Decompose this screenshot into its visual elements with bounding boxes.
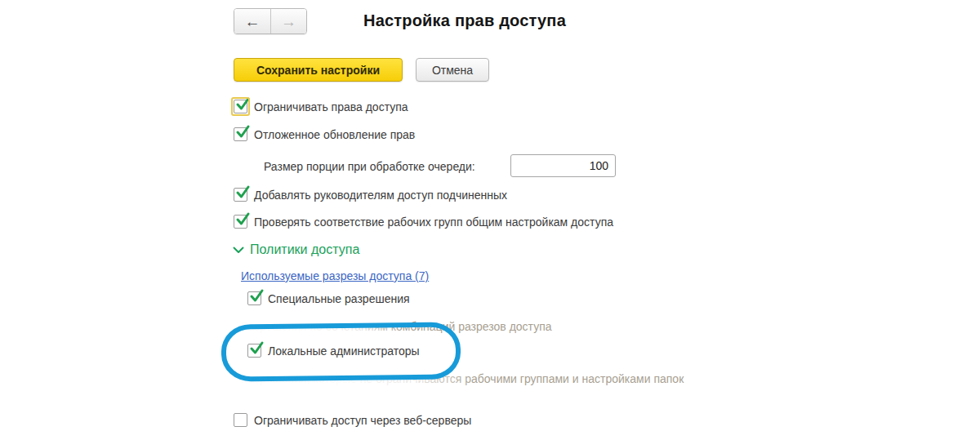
deferred-update-row: Отложенное обновление прав <box>234 127 415 141</box>
managers-access-row: Добавлять руководителям доступ подчиненн… <box>234 188 507 202</box>
checkmark-icon <box>249 288 265 304</box>
history-nav: ← → <box>234 8 307 34</box>
web-servers-checkbox[interactable] <box>234 413 247 427</box>
page-title: Настройка прав доступа <box>363 11 566 30</box>
deferred-update-label: Отложенное обновление прав <box>254 128 415 141</box>
web-servers-label: Ограничивать доступ через веб-серверы <box>254 414 471 427</box>
back-arrow-icon: ← <box>245 14 261 29</box>
restrict-access-row: Ограничивать права доступа <box>234 100 408 113</box>
save-settings-button[interactable]: Сохранить настройки <box>234 58 403 82</box>
check-groups-label: Проверять соответствие рабочих групп общ… <box>254 216 613 229</box>
checkmark-icon <box>235 211 251 227</box>
check-groups-checkbox[interactable] <box>234 215 247 229</box>
local-admins-checkbox[interactable] <box>247 344 261 358</box>
checkmark-icon <box>249 340 265 356</box>
checkmark-icon <box>235 96 251 112</box>
special-permissions-checkbox[interactable] <box>247 291 261 305</box>
access-rights-settings-window: ← → Настройка прав доступа Сохранить нас… <box>0 0 980 440</box>
local-admins-row: Локальные администраторы <box>247 344 420 358</box>
web-servers-row: Ограничивать доступ через веб-серверы <box>234 413 471 427</box>
managers-access-label: Добавлять руководителям доступ подчиненн… <box>254 189 507 202</box>
restrict-access-label: Ограничивать права доступа <box>254 100 408 113</box>
batch-size-label: Размер порции при обработке очереди: <box>264 160 475 173</box>
local-admins-label: Локальные администраторы <box>268 344 420 358</box>
deferred-update-checkbox[interactable] <box>234 127 247 141</box>
chevron-down-icon <box>233 247 244 254</box>
check-groups-row: Проверять соответствие рабочих групп общ… <box>234 215 613 229</box>
restrict-access-checkbox[interactable] <box>234 100 247 113</box>
special-permissions-row: Специальные разрешения <box>247 291 410 305</box>
faded-unrestricted-text: Разрешения, которые не ограничиваются ра… <box>241 372 684 385</box>
access-policies-section-title: Политики доступа <box>250 242 359 257</box>
special-permissions-label: Специальные разрешения <box>268 292 410 305</box>
batch-size-input[interactable] <box>510 154 616 177</box>
forward-arrow-icon: → <box>281 14 296 29</box>
access-kinds-link[interactable]: Используемые разрезы доступа (7) <box>241 269 429 282</box>
forward-button[interactable]: → <box>270 9 306 33</box>
managers-access-checkbox[interactable] <box>234 188 247 202</box>
faded-combinations-text: Разрешения по сочетаниям комбинаций разр… <box>241 320 552 333</box>
access-policies-section-toggle[interactable]: Политики доступа <box>233 242 359 257</box>
cancel-button[interactable]: Отмена <box>416 58 489 82</box>
checkmark-icon <box>235 184 251 200</box>
checkmark-icon <box>235 124 251 140</box>
back-button[interactable]: ← <box>234 9 270 33</box>
